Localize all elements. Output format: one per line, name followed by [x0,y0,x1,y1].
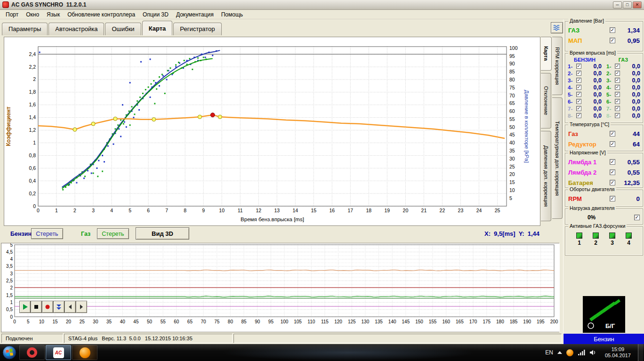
svg-text:75: 75 [214,319,220,324]
injector-indicator-2: 2 [591,233,601,246]
menu-port[interactable]: Порт [2,10,22,19]
tray-avast-icon[interactable] [566,349,573,356]
subtab-rpm-correction[interactable]: RPM коррекция [552,37,563,95]
fuel-mode-indicator[interactable]: Бензин [564,334,644,344]
gas-pressure-checkbox[interactable] [610,27,615,33]
clock[interactable]: 15:09 05.04.2017 [605,346,631,359]
subtab-deviation[interactable]: Отклонение [541,73,551,128]
svg-text:100: 100 [509,45,518,51]
tab-parameters[interactable]: Параметры [2,23,48,35]
svg-text:22: 22 [440,208,445,213]
step-forward-button[interactable] [76,301,87,313]
reducer-temp-checkbox[interactable] [610,141,615,147]
benzine-2-checkbox[interactable] [576,71,581,76]
volume-icon[interactable] [589,349,596,356]
subtab-map[interactable]: Карта [541,37,552,71]
step-back-button[interactable] [64,301,76,313]
tab-recorder[interactable]: Регистратор [173,23,221,35]
view-3d-button[interactable]: Вид 3D [136,227,189,240]
benzine-7-checkbox[interactable] [576,106,581,111]
skip-to-end-button[interactable] [53,301,64,313]
svg-text:Время бенз.впрыска [ms]: Время бенз.впрыска [ms] [241,217,304,222]
injection-row-3: 3-0,0 3-0,0 [565,77,643,84]
network-icon[interactable] [578,349,585,356]
stop-button[interactable] [31,301,42,313]
map-pressure-checkbox[interactable] [610,38,615,43]
menu-language[interactable]: Язык [43,10,64,19]
gas-temp-checkbox[interactable] [610,131,615,136]
menu-window[interactable]: Окно [22,10,43,19]
show-desktop-button[interactable] [638,344,643,361]
menu-controller-update[interactable]: Обновление контроллера [64,10,139,19]
gas-3-checkbox[interactable] [615,78,620,83]
tab-errors[interactable]: Ошибки [105,23,141,35]
taskbar-avast-button[interactable] [72,345,97,360]
svg-text:Давление в коллекторе [kPa]: Давление в коллекторе [kPa] [524,90,530,163]
svg-text:180: 180 [496,319,504,324]
status-empty [233,334,562,343]
svg-text:155: 155 [429,319,437,324]
lambda2-checkbox[interactable] [610,169,615,175]
svg-text:90: 90 [255,319,260,324]
gas-6-checkbox[interactable] [615,99,620,104]
benzine-8-checkbox[interactable] [576,113,581,118]
recorder-chart: 00,511,522,533,544,550510152025303540455… [1,243,560,332]
lambda1-label: Лямбда 1 [568,159,596,166]
battery-checkbox[interactable] [610,180,615,185]
benzine-1-checkbox[interactable] [576,64,581,69]
svg-text:12: 12 [256,208,261,213]
taskbar: AC EN 15:09 05.04.2017 [0,344,644,361]
injector-indicator-4: 4 [624,233,634,246]
minimize-button[interactable]: ─ [613,1,622,8]
language-indicator[interactable]: EN [545,349,553,356]
gas-5-checkbox[interactable] [615,92,620,97]
record-button[interactable] [42,301,53,313]
gas-4-checkbox[interactable] [615,85,620,90]
lambda1-checkbox[interactable] [610,159,615,165]
taskbar-opera-button[interactable] [19,345,45,360]
menu-help[interactable]: Помощь [217,10,247,19]
start-button[interactable] [0,344,19,361]
gas-2-checkbox[interactable] [615,71,620,76]
svg-text:10: 10 [219,208,225,213]
map-chart[interactable]: 0123456789101112131415161718192021222324… [4,37,541,226]
svg-text:10: 10 [39,319,45,324]
svg-text:170: 170 [469,319,477,324]
menu-documentation[interactable]: Документация [172,10,217,19]
ac-gas-icon: AC [53,347,64,358]
svg-text:150: 150 [415,319,423,324]
gas-7-checkbox[interactable] [615,106,620,111]
subtab-pressure-correction[interactable]: Давления доп. коррекция [541,131,551,221]
svg-text:140: 140 [388,319,396,324]
play-button[interactable] [19,301,31,313]
svg-text:18: 18 [366,208,372,213]
show-hidden-icons-chevron-icon[interactable] [557,351,562,354]
subtab-temperature-correction[interactable]: Температурная доп. коррекция [552,97,563,219]
left-arrow-icon [66,303,74,311]
clear-benzine-button[interactable]: Стереть [31,228,63,239]
svg-text:1: 1 [55,208,58,213]
taskbar-acgas-button[interactable]: AC [46,345,71,360]
clear-gas-button[interactable]: Стереть [97,228,129,239]
svg-text:2,5: 2,5 [6,278,13,283]
injection-row-7: 7-0,0 7-0,0 [565,105,643,112]
waves-button[interactable] [551,22,563,33]
gas-1-checkbox[interactable] [615,64,620,69]
benzine-4-checkbox[interactable] [576,85,581,90]
menu-options-3d[interactable]: Опции 3D [139,10,172,19]
maximize-button[interactable]: □ [623,1,632,8]
tab-autotune[interactable]: Автонастройка [48,23,104,35]
svg-text:85: 85 [241,319,247,324]
svg-text:65: 65 [187,319,193,324]
tab-map[interactable]: Карта [142,21,173,35]
svg-text:175: 175 [483,319,491,324]
load-checkbox[interactable] [634,215,640,220]
benzine-5-checkbox[interactable] [576,92,581,97]
injection-row-4: 4-0,0 4-0,0 [565,84,643,91]
benzine-6-checkbox[interactable] [576,99,581,104]
benzine-3-checkbox[interactable] [576,78,581,83]
rpm-checkbox[interactable] [610,196,615,201]
gas-8-checkbox[interactable] [615,113,620,118]
reducer-temp-value: 64 [615,141,640,148]
close-button[interactable]: ✕ [633,1,642,8]
